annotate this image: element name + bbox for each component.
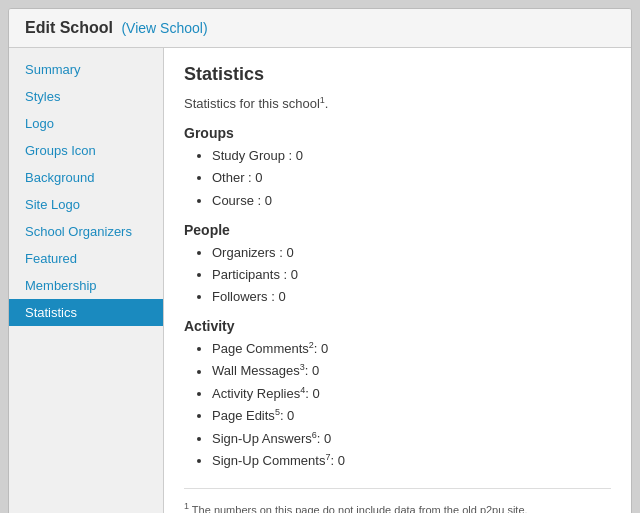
page-header: Edit School (View School) <box>9 9 631 48</box>
sidebar-item-statistics[interactable]: Statistics <box>9 299 163 326</box>
list-item: Wall Messages3: 0 <box>212 360 611 382</box>
people-heading: People <box>184 222 611 238</box>
list-item: Followers : 0 <box>212 286 611 308</box>
list-item: Sign-Up Comments7: 0 <box>212 450 611 472</box>
activity-list: Page Comments2: 0Wall Messages3: 0Activi… <box>184 338 611 473</box>
people-list: Organizers : 0Participants : 0Followers … <box>184 242 611 308</box>
content-area: SummaryStylesLogoGroups IconBackgroundSi… <box>9 48 631 513</box>
groups-list: Study Group : 0Other : 0Course : 0 <box>184 145 611 211</box>
list-item: Page Edits5: 0 <box>212 405 611 427</box>
sidebar-item-school-organizers[interactable]: School Organizers <box>9 218 163 245</box>
list-item: Course : 0 <box>212 190 611 212</box>
footnote: 1 The numbers on this page do not includ… <box>184 499 611 513</box>
activity-heading: Activity <box>184 318 611 334</box>
page-title: Edit School <box>25 19 113 36</box>
sidebar: SummaryStylesLogoGroups IconBackgroundSi… <box>9 48 164 513</box>
list-item: Study Group : 0 <box>212 145 611 167</box>
sidebar-item-styles[interactable]: Styles <box>9 83 163 110</box>
view-school-link[interactable]: (View School) <box>121 20 207 36</box>
sidebar-item-background[interactable]: Background <box>9 164 163 191</box>
sidebar-item-logo[interactable]: Logo <box>9 110 163 137</box>
sidebar-item-site-logo[interactable]: Site Logo <box>9 191 163 218</box>
list-item: Page Comments2: 0 <box>212 338 611 360</box>
list-item: Organizers : 0 <box>212 242 611 264</box>
footnotes: 1 The numbers on this page do not includ… <box>184 488 611 513</box>
sidebar-item-membership[interactable]: Membership <box>9 272 163 299</box>
main-content: Statistics Statistics for this school1. … <box>164 48 631 513</box>
sidebar-item-summary[interactable]: Summary <box>9 56 163 83</box>
main-title: Statistics <box>184 64 611 85</box>
stats-intro: Statistics for this school1. <box>184 95 611 111</box>
list-item: Activity Replies4: 0 <box>212 383 611 405</box>
list-item: Sign-Up Answers6: 0 <box>212 428 611 450</box>
list-item: Other : 0 <box>212 167 611 189</box>
list-item: Participants : 0 <box>212 264 611 286</box>
sidebar-item-featured[interactable]: Featured <box>9 245 163 272</box>
page-wrapper: Edit School (View School) SummaryStylesL… <box>8 8 632 513</box>
sidebar-item-groups-icon[interactable]: Groups Icon <box>9 137 163 164</box>
groups-heading: Groups <box>184 125 611 141</box>
